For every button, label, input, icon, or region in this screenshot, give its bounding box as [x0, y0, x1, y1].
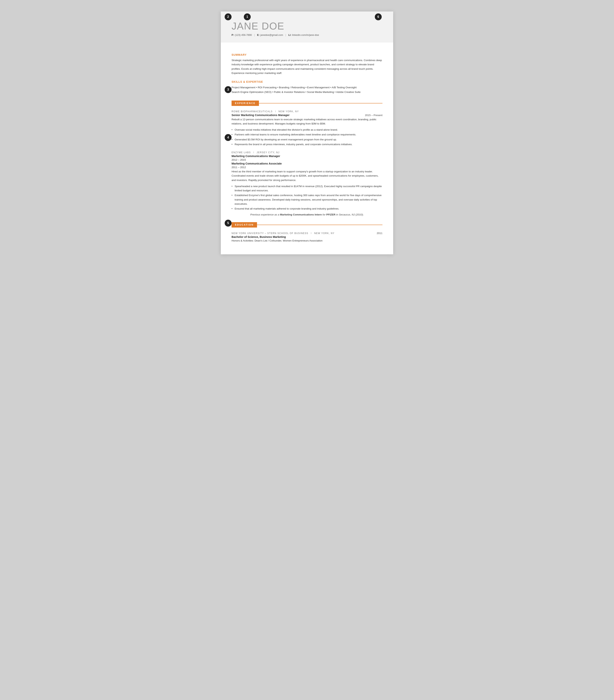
job2-bullet-3: Ensured that all marketing materials adh… — [231, 207, 383, 211]
job1-bullet-3: Generated $3.5M ROI by developing an eve… — [231, 138, 383, 142]
honors-value: Dean's List / Cofounder, Women Entrepren… — [254, 239, 323, 242]
skills-section-title: SKILLS & EXPERTISE — [231, 80, 383, 83]
email-label: E: — [257, 34, 260, 36]
job1-title-row: Senior Marketing Communications Manager … — [231, 114, 383, 117]
sep-2: | — [285, 34, 286, 36]
education-section-bar: EDUCATION — [231, 222, 383, 227]
annotation-4: 4 — [225, 134, 231, 141]
linkedin-value: linkedin.com/in/jane-doe — [292, 34, 319, 36]
skills-line2: Search Engine Optimization (SEO) • Publi… — [231, 90, 383, 95]
annotation-2: 2 — [225, 13, 231, 20]
job1-company: ROWE BIOPHARMACEUTICALS I New York, NY — [231, 110, 383, 113]
job2-bullet-1: Spearheaded a new product launch that re… — [231, 184, 383, 193]
job2-title: Marketing Communications Manager — [231, 154, 280, 158]
honors-label: Honors & Activities: — [231, 239, 254, 242]
skills-line1: Project Management • ROI Forecasting • B… — [231, 85, 383, 90]
phone-label: P: — [231, 34, 234, 36]
edu-year: 2011 — [377, 232, 383, 235]
job2-bullet-2: Established Enzyme's first global sales … — [231, 193, 383, 206]
edu-degree: Bachelor of Science, Business Marketing — [231, 235, 383, 238]
page-wrapper: 1 2 6 3 4 5 JANE DOE P: (123) 456-7890 |… — [221, 12, 393, 254]
edu-school-row: NEW YORK UNIVERSITY – STERN SCHOOL OF BU… — [231, 232, 383, 235]
annotation-6: 6 — [375, 13, 382, 20]
linkedin-item: Li: linkedin.com/in/jane-doe — [288, 34, 319, 36]
job2-dates2: 2011 – 2012 — [231, 166, 383, 169]
job1-bullet-4: Represents the brand in all press interv… — [231, 142, 383, 147]
job1-desc: Rebuilt a 12-person communications team … — [231, 117, 383, 126]
job2-dates: 2012 – 2015 — [231, 158, 383, 161]
job-block-2: ENZYME LABS I Jersey City, NJ Marketing … — [231, 151, 383, 216]
contact-info: P: (123) 456-7890 | E: janedoe@gmail.com… — [231, 34, 383, 36]
job1-bullet-2: Partners with internal teams to ensure m… — [231, 133, 383, 137]
edu-block-1: NEW YORK UNIVERSITY – STERN SCHOOL OF BU… — [231, 232, 383, 242]
job1-dates: 2015 – Present — [365, 114, 383, 117]
job1-bullets: Oversaw social media initiatives that el… — [231, 128, 383, 147]
edu-school-name: NEW YORK UNIVERSITY – STERN SCHOOL OF BU… — [231, 232, 335, 235]
phone-item: P: (123) 456-7890 — [231, 34, 252, 36]
phone-value: (123) 456-7890 — [235, 34, 252, 36]
resume-document: JANE DOE P: (123) 456-7890 | E: janedoe@… — [221, 12, 393, 254]
previous-experience: Previous experience as a Marketing Commu… — [231, 213, 383, 216]
job-block-1: ROWE BIOPHARMACEUTICALS I New York, NY S… — [231, 110, 383, 147]
experience-section-label: EXPERIENCE — [231, 101, 259, 106]
summary-text: Strategic marketing professional with ei… — [231, 58, 383, 75]
email-value: janedoe@gmail.com — [260, 34, 283, 36]
job2-title2-row: Marketing Communications Associate — [231, 162, 383, 165]
email-item: E: janedoe@gmail.com — [257, 34, 283, 36]
sep-1: | — [254, 34, 255, 36]
education-section-line — [257, 225, 383, 225]
job2-title-row: Marketing Communications Manager — [231, 154, 383, 158]
edu-honors: Honors & Activities: Dean's List / Cofou… — [231, 239, 383, 242]
job1-bullet-1: Oversaw social media initiatives that el… — [231, 128, 383, 132]
resume-body: SUMMARY Strategic marketing professional… — [221, 42, 393, 254]
job2-company: ENZYME LABS I Jersey City, NJ — [231, 151, 383, 154]
annotation-3: 3 — [225, 86, 231, 93]
education-section-label: EDUCATION — [231, 222, 257, 227]
job2-bullets: Spearheaded a new product launch that re… — [231, 184, 383, 211]
job2-title2: Marketing Communications Associate — [231, 162, 282, 165]
experience-section-line — [259, 103, 383, 103]
candidate-name: JANE DOE — [231, 21, 383, 32]
job2-desc: Hired as the third member of marketing t… — [231, 170, 383, 182]
annotation-1: 1 — [244, 13, 251, 20]
linkedin-label: Li: — [288, 34, 291, 36]
summary-section-title: SUMMARY — [231, 53, 383, 56]
experience-section-bar: EXPERIENCE — [231, 101, 383, 106]
job1-title: Senior Marketing Communications Manager — [231, 114, 290, 117]
